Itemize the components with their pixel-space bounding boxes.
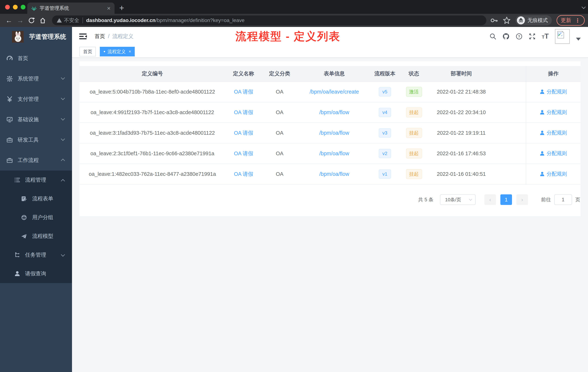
status-badge: 挂起 xyxy=(406,128,422,138)
new-tab-button[interactable]: + xyxy=(119,3,124,13)
sidebar-item-dev-tools[interactable]: 研发工具 xyxy=(0,130,72,150)
form-link[interactable]: /bpm/oa/flow xyxy=(319,109,349,115)
bookmark-star-icon[interactable] xyxy=(503,16,511,24)
form-link[interactable]: /bpm/oa/flow xyxy=(319,130,349,136)
user-icon xyxy=(540,151,545,156)
definition-name-link[interactable]: OA 请假 xyxy=(234,171,253,177)
gutter-cell xyxy=(493,82,526,102)
form-link[interactable]: /bpm/oa/flow xyxy=(319,171,349,177)
definition-table: 定义编号 定义名称 定义分类 表单信息 流程版本 状态 部署时间 操作 xyxy=(79,66,580,185)
sidebar-logo[interactable]: 芋道管理系统 xyxy=(0,27,72,46)
active-dot-icon: ● xyxy=(104,50,105,53)
version-badge: v2 xyxy=(379,149,391,158)
divider xyxy=(83,17,83,23)
sidebar-item-infrastructure[interactable]: 基础设施 xyxy=(0,109,72,130)
sidebar-item-process-management[interactable]: 流程管理 xyxy=(0,171,72,189)
minimize-window-button[interactable] xyxy=(13,5,18,10)
deploy-time: 2022-01-16 17:46:53 xyxy=(429,143,494,164)
app-title: 芋道管理系统 xyxy=(29,33,66,41)
sidebar-item-workflow[interactable]: 工作流程 xyxy=(0,150,72,171)
form-link[interactable]: /bpm/oa/flow xyxy=(319,151,349,156)
sidebar-item-system[interactable]: 系统管理 xyxy=(0,69,72,89)
avatar-dropdown-caret-icon[interactable] xyxy=(576,38,581,41)
search-icon[interactable] xyxy=(489,33,496,40)
assign-rule-link[interactable]: 分配规则 xyxy=(540,88,567,95)
tab-title: 芋道管理系统 xyxy=(40,5,107,11)
browser-tab[interactable]: 芋道管理系统 × xyxy=(27,2,115,14)
breadcrumb-separator: / xyxy=(108,33,109,39)
version-badge: v4 xyxy=(379,108,391,117)
status-badge: 挂起 xyxy=(406,107,422,117)
definition-id: oa_leave:3:1fad3d93-7b75-11ec-a3c8-acde4… xyxy=(79,123,225,143)
update-label[interactable]: 更新 xyxy=(561,17,571,24)
browser-update-button[interactable]: 更新 ⋮ xyxy=(556,15,585,26)
gauge-icon xyxy=(7,55,13,62)
sidebar-item-task-management[interactable]: 任务管理 xyxy=(0,245,72,264)
definition-id: oa_leave:2:3c1f0ef1-76b1-11ec-9c66-a2380… xyxy=(79,143,225,164)
tag-process-definition[interactable]: ● 流程定义 × xyxy=(100,47,135,56)
table-row: oa_leave:3:1fad3d93-7b75-11ec-a3c8-acde4… xyxy=(79,123,580,143)
col-definition-category: 定义分类 xyxy=(262,66,297,82)
definition-name-link[interactable]: OA 请假 xyxy=(234,89,253,95)
assign-rule-link[interactable]: 分配规则 xyxy=(540,129,567,136)
definition-table-card: 定义编号 定义名称 定义分类 表单信息 流程版本 状态 部署时间 操作 xyxy=(79,61,580,216)
sidebar-collapse-icon[interactable] xyxy=(79,33,87,40)
definition-name-link[interactable]: OA 请假 xyxy=(234,109,253,115)
sidebar-item-payment[interactable]: 支付管理 xyxy=(0,89,72,109)
assign-rule-link[interactable]: 分配规则 xyxy=(540,150,567,157)
github-icon[interactable] xyxy=(503,33,509,40)
paper-plane-icon xyxy=(21,233,27,239)
page-content: 定义编号 定义名称 定义分类 表单信息 流程版本 状态 部署时间 操作 xyxy=(72,58,588,372)
gutter-cell xyxy=(493,102,526,123)
gutter-cell xyxy=(493,164,526,184)
help-icon[interactable]: ? xyxy=(516,33,523,40)
fullscreen-icon[interactable] xyxy=(529,33,536,40)
breadcrumb-home[interactable]: 首页 xyxy=(94,33,105,40)
form-icon xyxy=(21,196,27,202)
password-key-icon[interactable] xyxy=(490,16,498,24)
avatar[interactable] xyxy=(555,29,570,44)
url-path: /bpm/manager/definition?key=oa_leave xyxy=(156,17,244,23)
tags-view-bar: 首页 ● 流程定义 × xyxy=(72,46,588,58)
sidebar-item-user-group[interactable]: 用户分组 xyxy=(0,208,72,227)
definition-name-link[interactable]: OA 请假 xyxy=(234,130,253,136)
monitor-icon xyxy=(7,117,13,123)
not-secure-label[interactable]: 不安全 xyxy=(64,17,79,24)
next-page-button[interactable]: › xyxy=(516,194,528,205)
page-size-select[interactable]: 10条/页 xyxy=(440,194,476,205)
forward-icon[interactable]: → xyxy=(15,17,26,24)
definition-name-link[interactable]: OA 请假 xyxy=(234,151,253,156)
address-bar[interactable]: 不安全 dashboard.yudao.iocoder.cn/bpm/manag… xyxy=(52,15,486,25)
assign-rule-link[interactable]: 分配规则 xyxy=(540,171,567,177)
goto-page-input[interactable] xyxy=(554,194,572,205)
sidebar-item-process-form[interactable]: 流程表单 xyxy=(0,189,72,208)
tab-search-icon[interactable] xyxy=(582,5,586,9)
tab-close-icon[interactable]: × xyxy=(107,5,111,11)
close-window-button[interactable] xyxy=(5,5,10,10)
browser-menu-icon[interactable]: ⋮ xyxy=(575,17,580,24)
home-icon[interactable] xyxy=(37,17,48,24)
status-badge: 挂起 xyxy=(406,149,422,159)
incognito-icon xyxy=(517,16,525,24)
form-link[interactable]: /bpm/oa/leave/create xyxy=(310,89,359,95)
tag-home[interactable]: 首页 xyxy=(79,47,96,56)
status-badge: 挂起 xyxy=(406,169,422,179)
sidebar-item-process-model[interactable]: 流程模型 xyxy=(0,227,72,245)
window-controls[interactable] xyxy=(5,5,25,10)
tag-close-icon[interactable]: × xyxy=(128,49,131,54)
gutter-cell xyxy=(493,123,526,143)
table-row: oa_leave:4:991f2193-7b7f-11ec-a3c8-acde4… xyxy=(79,102,580,123)
sidebar-item-leave-query[interactable]: 请假查询 xyxy=(0,264,72,283)
assign-rule-link[interactable]: 分配规则 xyxy=(540,109,567,116)
current-page-button[interactable]: 1 xyxy=(500,194,512,205)
reload-icon[interactable] xyxy=(26,17,37,24)
col-actions: 操作 xyxy=(526,66,580,82)
version-badge: v1 xyxy=(379,169,391,179)
font-size-icon[interactable]: TT xyxy=(542,33,549,40)
zoom-window-button[interactable] xyxy=(21,5,25,10)
back-icon[interactable]: ← xyxy=(3,17,15,24)
browser-window: 芋道管理系统 × + ← → 不安全 dashboard.yudao.iocod… xyxy=(0,0,588,27)
select-caret-icon xyxy=(469,198,472,201)
prev-page-button[interactable]: ‹ xyxy=(484,194,496,205)
sidebar-item-home[interactable]: 首页 xyxy=(0,48,72,69)
